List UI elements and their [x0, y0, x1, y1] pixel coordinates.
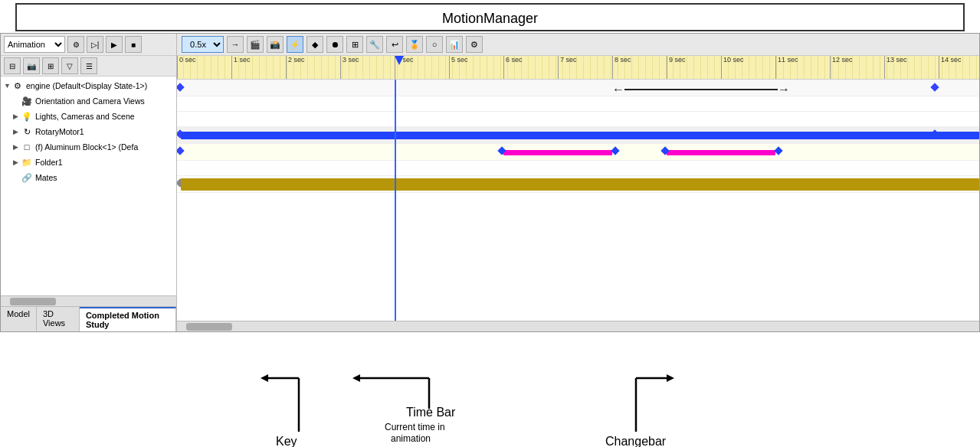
annotation-svg: Key Time Bar Current time in animation C…: [0, 332, 980, 447]
left-panel: Animation ⚙ ▷| ▶ ■ ⊟ 📷 ⊞ ▽ ☰ ▼ ⚙ en: [1, 34, 177, 331]
play-icon[interactable]: ▶: [106, 36, 123, 53]
svg-text:Key: Key: [276, 435, 297, 447]
main-area: Animation ⚙ ▷| ▶ ■ ⊟ 📷 ⊞ ▽ ☰ ▼ ⚙ en: [0, 33, 980, 332]
tree-arrow-aluminum: ▶: [13, 140, 21, 154]
tree-item-lights[interactable]: ▶ 💡 Lights, Cameras and Scene: [1, 109, 176, 124]
tree-arrow-engine: ▼: [4, 79, 11, 93]
back-icon[interactable]: ↩: [386, 36, 403, 53]
rotary-icon: ↻: [21, 126, 33, 138]
track-mates-gold: [181, 178, 979, 191]
ruler-mark-0: 0 sec: [177, 56, 196, 79]
tree-label-orientation: Orientation and Camera Views: [35, 94, 145, 108]
timeline-ruler[interactable]: 0 sec 1 sec 2 sec 3 sec 4 sec 5 sec 6 se…: [177, 56, 979, 79]
lights-icon: 💡: [21, 110, 33, 122]
svg-marker-2: [261, 374, 268, 382]
film-icon[interactable]: 🎬: [247, 36, 264, 53]
chart-icon[interactable]: 📊: [446, 36, 463, 53]
tree-item-engine[interactable]: ▼ ⚙ engine (Default<Display State-1>): [1, 78, 176, 93]
orientation-icon: 🎥: [21, 95, 33, 107]
filter-icon[interactable]: ⊟: [4, 57, 21, 74]
tab-motion[interactable]: Completed Motion Study: [80, 307, 176, 331]
tree-arrow-folder: ▶: [13, 155, 21, 169]
tl-row-lights: [177, 112, 979, 127]
engine-icon: ⚙: [11, 80, 24, 92]
stop-icon[interactable]: ■: [125, 36, 142, 53]
list-icon[interactable]: ☰: [80, 57, 97, 74]
speed-dropdown[interactable]: 0.5x: [182, 36, 224, 53]
timebar-line: [395, 80, 396, 321]
key-alum-start: [177, 146, 185, 155]
tree-label-lights: Lights, Cameras and Scene: [35, 109, 135, 123]
tree-item-rotary[interactable]: ▶ ↻ RotaryMotor1: [1, 124, 176, 139]
tl-row-aluminum: [177, 144, 979, 161]
settings-icon[interactable]: ⚙: [67, 36, 84, 53]
horizontal-scrollbar[interactable]: [1, 295, 176, 306]
funnel-icon[interactable]: ▽: [61, 57, 78, 74]
arrow-right-icon[interactable]: →: [227, 36, 244, 53]
timeline-scrollbar[interactable]: [177, 321, 979, 331]
step-forward-icon[interactable]: ▷|: [87, 36, 103, 53]
tree-item-folder[interactable]: ▶ 📁 Folder1: [1, 155, 176, 170]
wrench-icon[interactable]: 🔧: [366, 36, 383, 53]
svg-text:animation: animation: [391, 433, 431, 444]
tl-row-folder: [177, 161, 979, 176]
tree-area: ▼ ⚙ engine (Default<Display State-1>) 🎥 …: [1, 77, 176, 295]
camera-icon[interactable]: 📷: [23, 57, 40, 74]
ruler-mark-5: 5 sec: [449, 56, 468, 79]
track-rotary-blue: [181, 132, 979, 139]
tree-label-engine: engine (Default<Display State-1>): [26, 79, 147, 93]
filter2-icon[interactable]: ⊞: [42, 57, 59, 74]
tree-label-aluminum: (f) Aluminum Block<1> (Defa: [35, 140, 138, 154]
ruler-mark-13: 13 sec: [884, 56, 907, 79]
ruler-mark-7: 7 sec: [558, 56, 577, 79]
timeline-content: ← →: [177, 80, 979, 321]
record2-icon[interactable]: ⏺: [326, 36, 343, 53]
tree-arrow-lights: ▶: [13, 109, 21, 123]
timeline-toolbar: 0.5x → 🎬 📸 ⚡ ◆ ⏺ ⊞ 🔧 ↩ 🏅 ○ 📊 ⚙: [177, 34, 979, 56]
camera2-icon[interactable]: 📸: [267, 36, 284, 53]
tab-model[interactable]: Model: [1, 307, 37, 331]
folder-icon: 📁: [21, 156, 33, 168]
ruler-mark-1: 1 sec: [231, 56, 251, 79]
title-bar: MotionManager: [15, 3, 965, 31]
lightning-icon[interactable]: ⚡: [287, 36, 303, 53]
track-magenta-2: [667, 150, 775, 155]
scrollbar-thumb[interactable]: [10, 298, 56, 305]
svg-text:Changebar: Changebar: [605, 435, 667, 447]
tree-item-aluminum[interactable]: ▶ □ (f) Aluminum Block<1> (Defa: [1, 139, 176, 155]
circle-icon[interactable]: ○: [426, 36, 443, 53]
svg-marker-12: [667, 374, 674, 382]
timeline-ruler-row: 0 sec 1 sec 2 sec 3 sec 4 sec 5 sec 6 se…: [177, 56, 979, 80]
timeline-rows: [177, 80, 979, 193]
ruler-mark-11: 11 sec: [775, 56, 798, 79]
tl-row-engine: [177, 80, 979, 96]
diamond-icon[interactable]: ◆: [306, 36, 323, 53]
animation-dropdown[interactable]: Animation: [4, 36, 65, 53]
timeline-scrollbar-thumb[interactable]: [186, 323, 232, 331]
toolbar-row1: Animation ⚙ ▷| ▶ ■: [1, 34, 176, 56]
toolbar-row2: ⊟ 📷 ⊞ ▽ ☰: [1, 56, 176, 77]
ruler-mark-2: 2 sec: [286, 56, 305, 79]
key-diamond-engine-start: [177, 83, 185, 91]
gear2-icon[interactable]: ⚙: [466, 36, 483, 53]
annotation-area: Key Time Bar Current time in animation C…: [0, 332, 980, 447]
key-alum-4: [774, 146, 782, 155]
tree-arrow-rotary: ▶: [13, 125, 21, 139]
timeline-panel: 0.5x → 🎬 📸 ⚡ ◆ ⏺ ⊞ 🔧 ↩ 🏅 ○ 📊 ⚙: [177, 34, 979, 331]
ruler-mark-9: 9 sec: [667, 56, 686, 79]
ruler-mark-3: 3 sec: [340, 56, 359, 79]
medal-icon[interactable]: 🏅: [406, 36, 423, 53]
tree-item-orientation[interactable]: 🎥 Orientation and Camera Views: [1, 93, 176, 109]
tab-3dviews[interactable]: 3D Views: [37, 307, 80, 331]
tree-label-rotary: RotaryMotor1: [35, 125, 84, 139]
tree-label-folder: Folder1: [35, 155, 63, 169]
tree-label-mates: Mates: [35, 171, 57, 184]
stack-icon[interactable]: ⊞: [346, 36, 363, 53]
ruler-mark-10: 10 sec: [721, 56, 744, 79]
aluminum-icon: □: [21, 141, 33, 153]
app-title: MotionManager: [442, 11, 538, 26]
tl-row-orientation: [177, 96, 979, 112]
tree-item-mates[interactable]: 🔗 Mates: [1, 170, 176, 185]
track-magenta-1: [503, 150, 612, 155]
ruler-mark-6: 6 sec: [503, 56, 523, 79]
